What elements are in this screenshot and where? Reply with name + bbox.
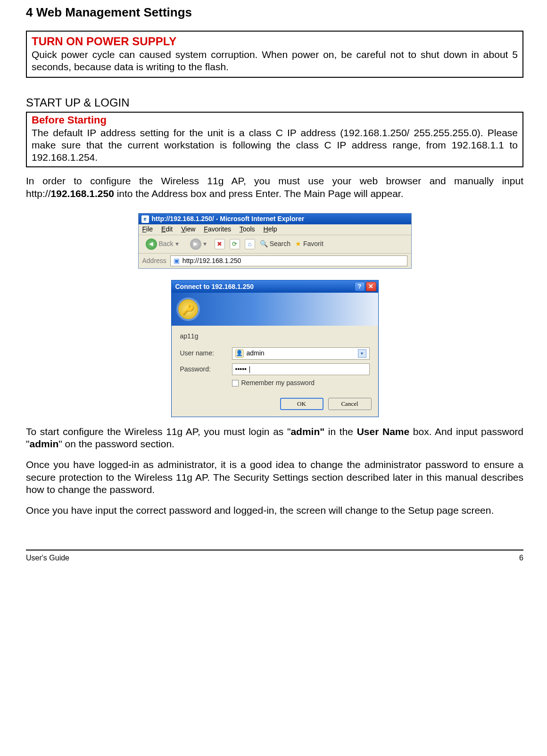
menu-view[interactable]: View [181, 225, 195, 234]
dropdown-arrow-icon[interactable]: ▾ [358, 349, 366, 358]
dropdown-arrow-icon: ▾ [175, 240, 179, 248]
power-warning-body: Quick power cycle can caused system corr… [32, 49, 518, 74]
browser-title-text: http://192.168.1.250/ - Microsoft Intern… [152, 215, 305, 223]
page-title: 4 Web Management Settings [26, 5, 523, 20]
password-input[interactable]: ••••• [232, 363, 370, 376]
back-label: Back [159, 240, 174, 248]
username-label: User name: [180, 349, 227, 358]
cancel-button[interactable]: Cancel [328, 398, 372, 410]
section-heading-startup-login: START UP & LOGIN [26, 96, 523, 110]
before-starting-box: Before Starting The default IP address s… [26, 112, 523, 167]
home-icon[interactable]: ⌂ [245, 239, 255, 249]
menu-file[interactable]: File [142, 225, 153, 234]
page-icon: ▣ [174, 257, 180, 265]
auth-realm-label: ap11g [180, 332, 370, 341]
auth-dialog-title-text: Connect to 192.168.1.250 [175, 283, 254, 291]
favorites-label: Favorit [303, 240, 323, 248]
footer-page-number: 6 [519, 553, 523, 563]
auth-dialog: Connect to 192.168.1.250 ? ✕ 🔑 ap11g Use… [171, 280, 379, 417]
username-value: admin [247, 349, 265, 358]
footer-left: User's Guide [26, 553, 69, 563]
address-label: Address [142, 257, 166, 265]
star-icon: ★ [295, 240, 301, 248]
power-warning-box: TURN ON POWER SUPPLY Quick power cycle c… [26, 31, 523, 78]
intro-text-post: into the Address box and press Enter. Th… [114, 188, 404, 199]
address-input[interactable]: ▣ http://192.168.1.250 [170, 255, 407, 267]
remember-checkbox[interactable] [232, 380, 239, 386]
intro-paragraph: In order to configure the Wireless 11g A… [26, 175, 523, 200]
keys-icon: 🔑 [178, 299, 198, 319]
close-button[interactable]: ✕ [366, 282, 376, 291]
refresh-icon[interactable]: ⟳ [230, 239, 240, 249]
back-arrow-icon: ◄ [146, 238, 157, 250]
password-value: ••••• [235, 365, 247, 374]
login-instructions-paragraph: To start configure the Wireless 11g AP, … [26, 426, 523, 451]
power-warning-title: TURN ON POWER SUPPLY [32, 34, 518, 49]
browser-toolbar: ◄ Back ▾ ► ▾ ✖ ⟳ ⌂ 🔍 Search ★ Favorit [139, 235, 411, 254]
ie-icon: e [141, 215, 149, 223]
page-footer: User's Guide 6 [26, 550, 523, 563]
menu-help[interactable]: Help [264, 225, 277, 234]
browser-addressbar: Address ▣ http://192.168.1.250 [139, 254, 411, 269]
dropdown-arrow-icon: ▾ [203, 240, 207, 248]
auth-dialog-banner: 🔑 [172, 293, 378, 326]
password-label: Password: [180, 365, 227, 374]
favorites-button[interactable]: ★ Favorit [295, 240, 323, 248]
intro-ip-bold: 192.168.1.250 [51, 188, 114, 199]
help-button[interactable]: ? [355, 282, 365, 291]
browser-window: e http://192.168.1.250/ - Microsoft Inte… [138, 213, 412, 269]
forward-arrow-icon: ► [190, 238, 201, 250]
before-starting-title: Before Starting [32, 114, 518, 127]
browser-titlebar: e http://192.168.1.250/ - Microsoft Inte… [139, 214, 411, 225]
password-change-paragraph: Once you have logged-in as administrator… [26, 459, 523, 496]
menu-favorites[interactable]: Favorites [204, 225, 231, 234]
browser-menubar: File Edit View Favorites Tools Help [139, 224, 411, 235]
remember-label: Remember my password [241, 379, 315, 387]
search-button[interactable]: 🔍 Search [260, 240, 290, 248]
search-icon: 🔍 [260, 240, 268, 248]
address-value: http://192.168.1.250 [182, 257, 241, 265]
forward-button[interactable]: ► ▾ [187, 237, 210, 251]
back-button[interactable]: ◄ Back ▾ [142, 237, 182, 251]
stop-icon[interactable]: ✖ [215, 239, 225, 249]
ok-button[interactable]: OK [280, 398, 323, 410]
menu-edit[interactable]: Edit [161, 225, 173, 234]
user-icon: 👤 [235, 349, 244, 358]
before-starting-body: The default IP address setting for the u… [32, 127, 518, 164]
setup-page-paragraph: Once you have input the correct password… [26, 504, 523, 517]
auth-dialog-titlebar: Connect to 192.168.1.250 ? ✕ [172, 280, 378, 293]
search-label: Search [270, 240, 290, 248]
menu-tools[interactable]: Tools [240, 225, 255, 234]
username-input[interactable]: 👤 admin ▾ [232, 347, 370, 360]
